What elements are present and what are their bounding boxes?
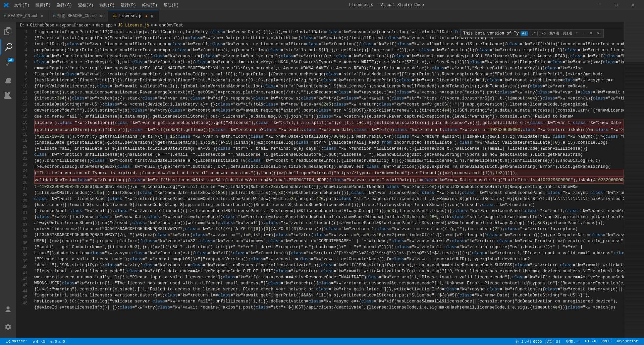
status-position[interactable]: 行 1，列 6650 (选定 0): [513, 338, 563, 345]
menu-terminal[interactable]: 终端(T): [140, 2, 160, 9]
menu-edit[interactable]: 编辑(E): [33, 2, 54, 9]
maximize-button[interactable]: □: [608, 0, 624, 10]
activity-explorer[interactable]: [0, 23, 16, 39]
code-line-43: {level:"warning"},console.error(e.stack)…: [34, 286, 624, 292]
status-sync[interactable]: ↻ 0 △0: [30, 338, 48, 345]
code-line-33: quickValidate=e=>{license=L23456789ABCDE…: [34, 226, 624, 232]
code-line-8: fingerPrint=class="kw">await require("no…: [34, 71, 624, 77]
menu-view[interactable]: 查看(V): [75, 2, 96, 9]
code-line-28: class="kw">null==licensePanel)class="kw"…: [34, 196, 624, 202]
breadcrumb: D: > GithubRepo > typoraCracker > dec_ap…: [16, 22, 624, 29]
breadcrumb-typora[interactable]: typoraCracker: [59, 23, 91, 28]
line-number-44: 44: [16, 288, 30, 294]
tab-preview[interactable]: M 预览 README_CN.md ✕: [49, 10, 108, 22]
minimap[interactable]: [624, 22, 644, 338]
line-number-14: 14: [16, 108, 30, 114]
breadcrumb-repo[interactable]: GithubRepo: [30, 23, 54, 28]
branch-name: master*: [12, 339, 27, 343]
line-numbers: 1234567891011121314151617181920212223242…: [16, 29, 33, 338]
menu-file[interactable]: 文件(F): [11, 2, 32, 9]
tab-label-readme: README_CN.md: [8, 14, 37, 18]
line-number-28: 28: [16, 192, 30, 198]
main-layout: 28 D: > GithubRepo > typo: [0, 22, 644, 338]
close-button[interactable]: ✕: [625, 0, 641, 10]
line-number-13: 13: [16, 101, 30, 108]
code-line-34: (L23456789ABCDEFGHJKMNPQRSTUVWXYZ]/g,"")…: [34, 232, 624, 238]
menu-go[interactable]: 转到(G): [97, 2, 117, 9]
line-number-45: 45: [16, 294, 30, 300]
line-number-20: 20: [16, 144, 30, 150]
code-container[interactable]: 1234567891011121314151617181920212223242…: [16, 29, 624, 338]
lineending-text: CRLF: [602, 339, 610, 343]
code-line-4: prepDatabase(fingerPrint);licenseLocalSt…: [34, 47, 624, 53]
find-aa[interactable]: Aa: [521, 31, 528, 36]
activity-git[interactable]: 28: [0, 55, 16, 71]
activity-settings[interactable]: [0, 319, 16, 335]
code-line-14: devVersion?"dev":""},JSON.stringify(s);c…: [34, 108, 624, 114]
activity-search[interactable]: [0, 39, 16, 55]
line-number-3: 3: [16, 41, 30, 47]
line-number-37: 37: [16, 246, 30, 252]
breadcrumb-js[interactable]: JS License.js: [118, 23, 149, 28]
tab-icon-readme: M: [4, 14, 6, 18]
find-regex[interactable]: .*: [530, 31, 538, 36]
tab-close-license[interactable]: ✕: [149, 13, 155, 19]
code-line-42: WRONG_USER)class="kw">return[!1,"The lic…: [34, 280, 624, 286]
tab-close-preview[interactable]: ✕: [99, 13, 104, 19]
find-prev[interactable]: ↑: [574, 31, 579, 36]
line-number-30: 30: [16, 204, 30, 210]
activity-debug[interactable]: [0, 71, 16, 87]
status-errors[interactable]: ⊗ 0 ⚠ 0: [48, 338, 68, 345]
tab-license[interactable]: JS License.js ● ✕: [108, 10, 159, 22]
line-number-25: 25: [16, 174, 30, 180]
menu-run[interactable]: 运行(R): [118, 2, 139, 9]
tab-readme[interactable]: M README_CN.md ✕: [0, 10, 49, 22]
menu-bar: 文件(F) 编辑(E) 选择(S) 查看(V) 转到(G) 运行(R) 终端(T…: [11, 2, 181, 9]
code-line-22: (e)),onUnfillLicense()}class="kw">const …: [34, 158, 624, 164]
code-line-9: [testNodeLicense][fingerPrint]}}})),fing…: [34, 77, 624, 83]
status-spaces[interactable]: 空格: 4: [563, 338, 583, 345]
activity-bar: 28: [0, 22, 16, 338]
line-number-24: 24: [16, 168, 30, 174]
status-bar: ⎇ master* ↻ 0 △0 ⊗ 0 ⚠ 0 行 1，列 6650 (选定 …: [0, 338, 644, 345]
menu-select[interactable]: 选择(S): [54, 2, 75, 9]
find-next[interactable]: ↓: [581, 31, 586, 36]
activity-extensions[interactable]: [0, 87, 16, 104]
minimap-slider[interactable]: [624, 22, 644, 62]
code-line-27: (isLinux&&Math.random()<.95||(!lastShown…: [34, 190, 624, 196]
code-line-3: installDate];class="kw">var licenseLocal…: [34, 41, 624, 47]
line-number-42: 42: [16, 276, 30, 282]
line-number-23: 23: [16, 162, 30, 168]
status-language[interactable]: JavaScript: [613, 338, 641, 345]
activity-account[interactable]: [0, 301, 16, 318]
modified-dot: ●: [145, 14, 147, 18]
status-lineending[interactable]: CRLF: [599, 338, 613, 345]
status-encoding[interactable]: UTF-8: [583, 338, 599, 345]
status-branch[interactable]: ⎇ master*: [3, 338, 30, 345]
line-number-27: 27: [16, 186, 30, 192]
tab-icon-license: JS: [112, 14, 116, 18]
menu-help[interactable]: 帮助(H): [161, 2, 181, 9]
breadcrumb-decapp[interactable]: dec_app: [96, 23, 113, 28]
line-number-19: 19: [16, 138, 30, 144]
code-line-18: ("2021-10-01"))),t<n?n:t},getTrailRemain…: [34, 134, 624, 140]
find-widget-label: This beta version of Ty: [463, 31, 519, 36]
code-line-19: (installDate=getInstallDate(!global.devV…: [34, 140, 624, 146]
find-more[interactable]: ≡: [589, 31, 594, 36]
line-number-34: 34: [16, 228, 30, 234]
breadcrumb-symbol[interactable]: ⊕ endDevTest: [154, 23, 183, 28]
find-close[interactable]: ✕: [596, 30, 601, 36]
code-line-32: alwaysOnTop:!errorShown})).on("closed",c…: [34, 220, 624, 226]
line-number-4: 4: [16, 47, 30, 53]
code-line-35: USER||(e=>(require("os").process.platfor…: [34, 238, 624, 244]
tab-close-readme[interactable]: ✕: [39, 13, 45, 19]
find-word[interactable]: \b: [540, 31, 547, 36]
find-widget: This beta version of Ty Aa .* \b 第?项，共1项…: [460, 29, 604, 38]
code-line-45: hasLicense=!0,!0:(console.log("validate …: [34, 298, 624, 304]
code-line-29: {hasLicense}||!email=${email}&license=${…: [34, 202, 624, 208]
code-content[interactable]: fingerprint=fingerPrint2null?(Object.ass…: [33, 29, 624, 338]
code-line-23: =>electron.dialog.showMessageBox(class="…: [34, 164, 624, 170]
minimize-button[interactable]: ─: [592, 0, 607, 10]
sync-count: 0 △0: [36, 339, 45, 344]
line-number-7: 7: [16, 65, 30, 71]
